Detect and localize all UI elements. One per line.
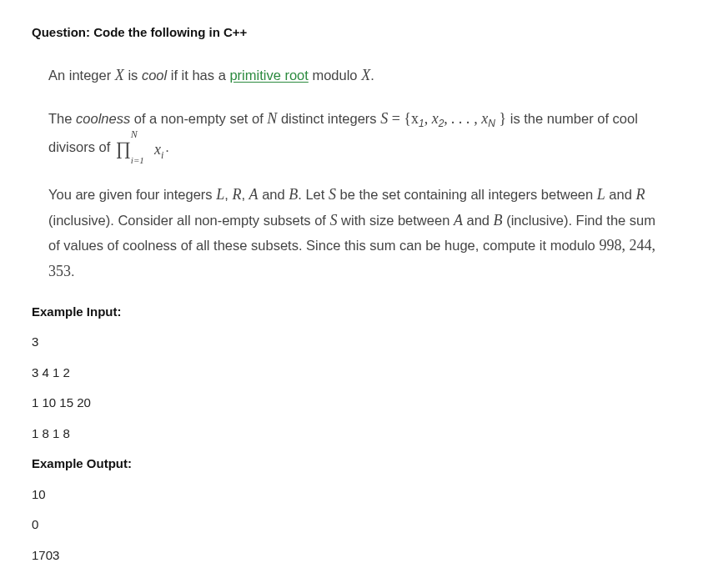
input-line: 3 4 1 2 [32, 364, 681, 383]
text: An integer [48, 68, 115, 83]
question-text: Code the following in C++ [93, 25, 247, 39]
math-b: B [494, 212, 503, 229]
math-l: L [597, 186, 605, 203]
math-setclose: } [495, 110, 506, 127]
text: and [259, 187, 289, 202]
text: of a non-empty set of [130, 111, 267, 126]
input-line: 3 [32, 333, 681, 352]
math-a: A [249, 186, 259, 203]
math-eq: = [388, 110, 404, 127]
paragraph-2: The coolness of a non-empty set of N dis… [48, 106, 665, 163]
text: , [224, 187, 232, 202]
example-output-header: Example Output: [32, 455, 681, 474]
math: x [154, 141, 161, 158]
text: You are given four integers [48, 187, 216, 202]
math-s: S [380, 110, 388, 127]
input-line: 1 10 15 20 [32, 394, 681, 413]
math-a: A [454, 212, 463, 229]
output-line: 10 [32, 485, 681, 505]
text: and [463, 213, 494, 228]
math-r: R [635, 186, 645, 203]
text: The [48, 111, 76, 126]
math-x: X [361, 67, 370, 83]
text: . [165, 139, 169, 154]
product-symbol: ∏Ni=1xi [116, 133, 163, 163]
text: . Let [298, 187, 329, 202]
output-line: 1703 [32, 546, 681, 565]
product-sup: N [131, 126, 138, 143]
text: be the set containing all integers betwe… [336, 187, 597, 202]
text: . [71, 264, 75, 279]
text: , [241, 187, 249, 202]
math-x: X [115, 67, 124, 83]
math-r: R [232, 186, 241, 203]
math-b: B [289, 186, 298, 203]
problem-body: An integer X is cool if it has a primiti… [32, 63, 681, 284]
math-l: L [216, 186, 224, 203]
paragraph-3: You are given four integers L, R, A and … [48, 182, 665, 284]
math-n: N [267, 110, 277, 127]
math-sub: N [488, 118, 495, 129]
math-sub: 1 [419, 118, 424, 129]
product-sub: i=1 [131, 153, 144, 168]
question-label: Question: [32, 25, 90, 39]
italic-cool: cool [142, 68, 167, 83]
text: with size between [337, 213, 453, 228]
math-sub: i [161, 148, 163, 160]
italic-coolness: coolness [76, 111, 130, 126]
text: (inclusive). Consider all non-empty subs… [48, 213, 329, 228]
output-line: 0 [32, 515, 681, 535]
text: . [370, 68, 374, 83]
pi-op: ∏ [116, 138, 131, 158]
math-s: S [329, 186, 336, 203]
text: if it has a [167, 68, 229, 83]
math: , . . . , x [444, 110, 488, 127]
input-line: 1 8 1 8 [32, 425, 681, 444]
text: distinct integers [277, 111, 380, 126]
paragraph-1: An integer X is cool if it has a primiti… [48, 63, 665, 88]
math: , x [424, 110, 439, 127]
primitive-root-link[interactable]: primitive root [229, 68, 308, 83]
math-setopen: {x [404, 110, 419, 127]
text: modulo [309, 68, 361, 83]
question-header: Question: Code the following in C++ [32, 23, 681, 43]
text: is [124, 68, 142, 83]
example-input-header: Example Input: [32, 303, 681, 322]
text: and [605, 187, 636, 202]
